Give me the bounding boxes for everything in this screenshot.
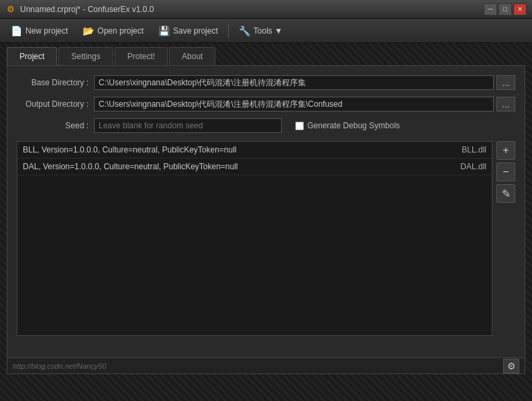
save-project-label: Save project bbox=[173, 26, 218, 36]
tab-about[interactable]: About bbox=[169, 47, 215, 65]
edit-file-button[interactable]: ✎ bbox=[496, 184, 515, 203]
settings-button[interactable]: ⚙ bbox=[503, 359, 519, 373]
output-dir-browse-button[interactable]: ... bbox=[496, 97, 515, 112]
app-icon: ⚙ bbox=[5, 4, 16, 15]
file-list: BLL, Version=1.0.0.0, Culture=neutral, P… bbox=[17, 141, 492, 336]
open-project-button[interactable]: 📂 Open project bbox=[76, 23, 150, 39]
status-bar: http://blog.csdn.net/Nancy50 ⚙ bbox=[7, 357, 525, 373]
open-project-icon: 📂 bbox=[83, 26, 94, 36]
main-area: Project Settings Protect! About Base Dir… bbox=[0, 43, 532, 401]
base-dir-label: Base Directory : bbox=[17, 78, 94, 87]
output-dir-row: Output Directory : ... bbox=[17, 97, 515, 112]
base-dir-browse-button[interactable]: ... bbox=[496, 75, 515, 90]
toolbar-separator bbox=[228, 24, 229, 38]
generate-debug-checkbox[interactable] bbox=[295, 122, 304, 130]
minimize-button[interactable]: ─ bbox=[484, 3, 497, 15]
open-project-label: Open project bbox=[97, 26, 144, 36]
tools-label: Tools ▼ bbox=[254, 26, 282, 36]
output-dir-label: Output Directory : bbox=[17, 99, 94, 109]
debug-symbols-area: Generate Debug Symbols bbox=[295, 121, 400, 130]
file-list-container: BLL, Version=1.0.0.0, Culture=neutral, P… bbox=[17, 141, 515, 336]
file-short-name: BLL.dll bbox=[462, 145, 486, 154]
tab-settings[interactable]: Settings bbox=[58, 47, 113, 65]
new-project-icon: 📄 bbox=[11, 26, 22, 36]
title-bar-text: Unnamed.crproj* - ConfuserEx v1.0.0 bbox=[20, 5, 484, 14]
maximize-button[interactable]: □ bbox=[498, 3, 512, 15]
file-actions: + − ✎ bbox=[492, 141, 515, 336]
close-button[interactable]: ✕ bbox=[513, 3, 527, 15]
tab-protect[interactable]: Protect! bbox=[115, 47, 168, 65]
watermark-text: http://blog.csdn.net/Nancy50 bbox=[13, 362, 106, 370]
tools-button[interactable]: 🔧 Tools ▼ bbox=[232, 23, 289, 39]
base-dir-input[interactable] bbox=[94, 75, 494, 90]
tab-bar: Project Settings Protect! About bbox=[7, 47, 525, 65]
toolbar: 📄 New project 📂 Open project 💾 Save proj… bbox=[0, 19, 532, 43]
file-short-name: DAL.dll bbox=[460, 162, 486, 171]
seed-row: Seed : Generate Debug Symbols bbox=[17, 118, 515, 133]
file-full-name: BLL, Version=1.0.0.0, Culture=neutral, P… bbox=[23, 145, 462, 154]
remove-file-button[interactable]: − bbox=[496, 163, 515, 181]
save-project-button[interactable]: 💾 Save project bbox=[152, 23, 225, 39]
add-file-button[interactable]: + bbox=[496, 141, 515, 160]
output-dir-input[interactable] bbox=[94, 97, 494, 112]
new-project-button[interactable]: 📄 New project bbox=[4, 23, 74, 39]
content-panel: Base Directory : ... Output Directory : … bbox=[7, 65, 525, 374]
table-row[interactable]: DAL, Version=1.0.0.0, Culture=neutral, P… bbox=[17, 159, 492, 175]
seed-input[interactable] bbox=[94, 118, 282, 133]
table-row[interactable]: BLL, Version=1.0.0.0, Culture=neutral, P… bbox=[17, 142, 492, 159]
seed-label: Seed : bbox=[17, 121, 94, 130]
tools-icon: 🔧 bbox=[239, 26, 250, 36]
generate-debug-label: Generate Debug Symbols bbox=[307, 121, 400, 130]
title-bar: ⚙ Unnamed.crproj* - ConfuserEx v1.0.0 ─ … bbox=[0, 0, 532, 19]
new-project-label: New project bbox=[25, 26, 68, 36]
tab-project[interactable]: Project bbox=[7, 47, 57, 65]
base-dir-row: Base Directory : ... bbox=[17, 75, 515, 90]
file-full-name: DAL, Version=1.0.0.0, Culture=neutral, P… bbox=[23, 162, 460, 171]
save-project-icon: 💾 bbox=[158, 26, 170, 36]
title-bar-controls: ─ □ ✕ bbox=[484, 3, 527, 15]
